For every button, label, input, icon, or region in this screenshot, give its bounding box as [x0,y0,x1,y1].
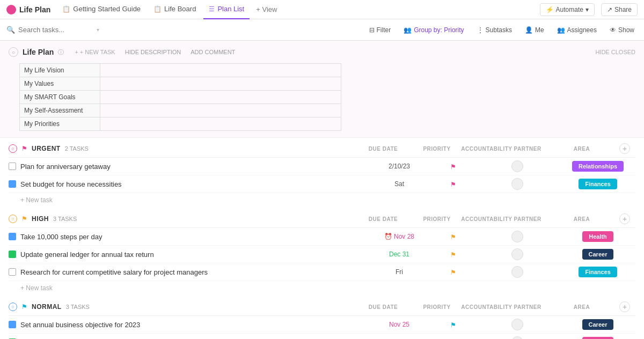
task-name[interactable]: Research for current competitive salary … [20,268,367,276]
task-area[interactable]: Career [560,249,635,260]
avatar[interactable] [511,248,523,260]
life-plan-info[interactable]: ⓘ [58,48,64,56]
automate-button[interactable]: ⚡ Automate ▾ [540,3,595,16]
normal-collapse[interactable]: ○ [9,303,17,311]
add-task-button[interactable]: + New task [20,196,53,204]
task-due-date: Fri [367,268,431,276]
add-col: + [619,301,635,312]
avatar[interactable] [511,178,523,190]
task-due-date: Sat [367,180,431,188]
task-checkbox[interactable] [9,321,16,328]
me-button[interactable]: 👤 Me [522,25,547,35]
urgent-collapse[interactable]: ○ [9,144,17,153]
life-plan-collapse[interactable]: ○ [9,47,18,57]
filter-button[interactable]: ⊟ Filter [366,25,394,35]
area-badge[interactable]: Career [582,249,614,260]
show-icon: 👁 [610,26,616,34]
vision-value[interactable] [100,104,341,117]
add-normal-button[interactable]: + [619,301,630,312]
accountability-col-header: ACCOUNTABILITY PARTNER [458,216,544,222]
task-checkbox[interactable] [9,163,16,170]
search-box[interactable]: 🔍 ▾ [6,26,114,34]
task-area[interactable]: Health [560,231,635,242]
task-area[interactable]: Finances [560,179,635,189]
task-checkbox[interactable] [9,233,16,240]
hide-closed-button[interactable]: HIDE CLOSED [595,49,635,55]
task-name[interactable]: Plan for anniversary getaway [20,163,367,171]
area-badge[interactable]: Relationships [572,161,624,172]
vision-label: My Priorities [20,117,100,131]
task-area[interactable]: Finances [560,267,635,277]
vision-row: My Priorities [20,117,341,131]
tab-getting-started[interactable]: 📋 Getting Started Guide [57,0,146,19]
task-checkbox[interactable] [9,250,16,258]
me-icon: 👤 [525,26,533,34]
normal-group-header: ○ ⚑ NORMAL 3 TASKS DUE DATE PRIORITY ACC… [9,296,635,316]
task-row: Take 10,000 steps per day ⏰ Nov 28 ⚑ Hea… [9,228,635,246]
avatar[interactable] [511,160,523,172]
task-area[interactable]: Health [560,337,635,339]
task-area[interactable]: Relationships [560,161,635,172]
vision-value[interactable] [100,91,341,104]
plus-icon: + [75,49,78,55]
add-comment-action[interactable]: ADD COMMENT [188,48,237,56]
assignees-button[interactable]: 👥 Assignees [554,25,600,35]
area-badge[interactable]: Health [582,337,613,339]
vision-label: My SMART Goals [20,91,100,104]
task-area[interactable]: Career [560,319,635,330]
task-name[interactable]: Take 10,000 steps per day [20,233,367,241]
urgent-group-header: ○ ⚑ URGENT 2 TASKS DUE DATE PRIORITY ACC… [9,138,635,158]
add-high-button[interactable]: + [619,213,630,224]
area-badge[interactable]: Career [582,319,614,330]
task-name[interactable]: Set budget for house necessities [20,180,367,188]
vision-value[interactable] [100,64,341,77]
task-name[interactable]: Update general ledger for annual tax ret… [20,250,367,259]
show-button[interactable]: 👁 Show [606,25,638,35]
due-date-col-header: DUE DATE [351,216,415,222]
add-urgent-button[interactable]: + [619,143,630,154]
avatar[interactable] [511,319,523,330]
subtasks-label: Subtasks [486,26,512,34]
area-badge[interactable]: Finances [579,267,617,277]
high-collapse[interactable]: ○ [9,215,17,223]
area-badge[interactable]: Finances [579,179,617,189]
avatar[interactable] [511,266,523,278]
vision-table: My Life Vision My Values My SMART Goals … [19,63,341,131]
subtasks-button[interactable]: ⋮ Subtasks [474,25,515,35]
new-task-action[interactable]: + + NEW TASK [72,48,117,56]
task-priority: ⚑ [431,163,474,171]
hide-description-action[interactable]: HIDE DESCRIPTION [123,48,184,56]
group-by-button[interactable]: 👥 Group by: Priority [400,25,467,35]
vision-value[interactable] [100,77,341,91]
search-input[interactable] [18,26,93,34]
add-task-button[interactable]: + New task [20,284,53,292]
vision-value[interactable] [100,117,341,131]
high-group: ○ ⚑ HIGH 3 TASKS DUE DATE PRIORITY ACCOU… [0,208,644,296]
task-accountability [474,319,560,330]
area-badge[interactable]: Health [582,231,613,242]
task-row: Set budget for house necessities Sat ⚑ F… [9,175,635,193]
share-button[interactable]: ↗ Share [601,3,638,16]
normal-name: NORMAL [32,303,62,311]
life-plan-title: Life Plan [23,48,54,56]
task-checkbox[interactable] [9,268,16,276]
high-count: 3 TASKS [53,216,77,222]
vision-row: My SMART Goals [20,91,341,104]
task-name[interactable]: Set annual business objective for 2023 [20,321,367,329]
tab-plan-list[interactable]: ☰ Plan List [203,0,250,19]
task-checkbox[interactable] [9,180,16,188]
tab-life-board[interactable]: 📋 Life Board [148,0,201,19]
main-content: ○ Life Plan ⓘ + + NEW TASK HIDE DESCRIPT… [0,41,644,339]
avatar[interactable] [511,336,523,339]
add-view-button[interactable]: + View [252,5,281,13]
normal-group: ○ ⚑ NORMAL 3 TASKS DUE DATE PRIORITY ACC… [0,296,644,339]
task-priority: ⚑ [431,180,474,188]
priority-flag: ⚑ [450,163,456,171]
area-col-header: AREA [544,216,619,222]
add-col: + [619,213,635,224]
search-icon: 🔍 [6,26,15,34]
avatar[interactable] [511,231,523,242]
task-priority: ⚑ [431,250,474,259]
vision-row: My Values [20,77,341,91]
new-task-label: + NEW TASK [80,49,115,55]
